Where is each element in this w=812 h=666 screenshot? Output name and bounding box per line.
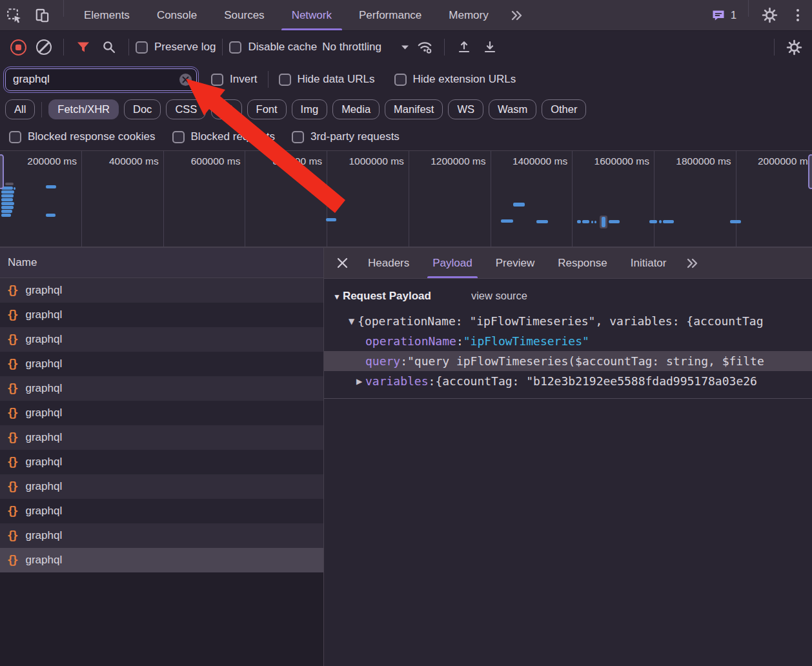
checkbox[interactable]: [229, 41, 241, 54]
request-row-graphql[interactable]: {}graphql: [0, 401, 323, 425]
chip-manifest[interactable]: Manifest: [385, 99, 443, 119]
chip-wasm[interactable]: Wasm: [489, 99, 536, 119]
device-toolbar-icon[interactable]: [28, 0, 57, 30]
overview-grip-right[interactable]: [808, 154, 812, 189]
tab-performance[interactable]: Performance: [345, 0, 435, 30]
blocked-requests-checkbox[interactable]: Blocked requests: [172, 130, 275, 143]
checkbox[interactable]: [136, 41, 148, 54]
request-details-panel: HeadersPayloadPreviewResponseInitiator ▼…: [324, 248, 812, 666]
waterfall-bar: [659, 220, 662, 223]
import-har-icon[interactable]: [451, 34, 477, 60]
divider: [748, 0, 749, 17]
waterfall-bar: [663, 220, 674, 223]
detail-tab-headers[interactable]: Headers: [356, 248, 421, 278]
chip-img[interactable]: Img: [292, 99, 328, 119]
network-conditions-icon[interactable]: [412, 34, 438, 60]
request-row-graphql[interactable]: {}graphql: [0, 327, 323, 352]
kebab-menu-icon[interactable]: [784, 0, 812, 30]
request-row-graphql[interactable]: {}graphql: [0, 376, 323, 401]
detail-tab-preview[interactable]: Preview: [484, 248, 546, 278]
timeline-column: 600000 ms: [163, 151, 245, 247]
payload-variables-row[interactable]: ▶ variables: {accountTag: "b12e3b2192ee5…: [324, 371, 812, 391]
checkbox[interactable]: [279, 74, 291, 86]
hide-data-urls-checkbox[interactable]: Hide data URLs: [279, 73, 375, 86]
request-row-graphql[interactable]: {}graphql: [0, 450, 323, 474]
chip-font[interactable]: Font: [247, 99, 287, 119]
section-expanded-icon[interactable]: ▼: [333, 292, 341, 301]
issues-count: 1: [731, 9, 736, 22]
request-name: graphql: [25, 505, 62, 518]
waterfall-bar: [1, 210, 12, 213]
divider: [444, 39, 445, 56]
blocked-response-cookies-checkbox[interactable]: Blocked response cookies: [9, 130, 156, 143]
resource-chips: AllFetch/XHRDocCSSJSFontImgMediaManifest…: [0, 96, 812, 123]
disable-cache-checkbox[interactable]: Disable cache: [229, 41, 317, 54]
detail-tab-payload[interactable]: Payload: [421, 248, 483, 278]
preserve-log-checkbox[interactable]: Preserve log: [136, 41, 216, 54]
chip-ws[interactable]: WS: [448, 99, 483, 119]
issues-message-icon[interactable]: 1: [705, 0, 742, 30]
clear-filter-icon[interactable]: [179, 74, 192, 86]
hide-extension-urls-checkbox[interactable]: Hide extension URLs: [394, 73, 516, 86]
chip-js[interactable]: JS: [211, 99, 241, 119]
filter-input[interactable]: [5, 68, 197, 91]
tab-memory[interactable]: Memory: [435, 0, 502, 30]
more-detail-tabs-chevron-icon[interactable]: [678, 248, 706, 278]
checkbox[interactable]: [172, 131, 185, 143]
tab-network[interactable]: Network: [278, 0, 345, 30]
settings-gear-icon[interactable]: [755, 0, 784, 30]
overview-grip-left[interactable]: [0, 154, 4, 189]
network-toolbar: Preserve log Disable cache No throttling: [0, 31, 812, 63]
tab-sources[interactable]: Sources: [210, 0, 278, 30]
request-row-graphql[interactable]: {}graphql: [0, 303, 323, 327]
search-network-icon[interactable]: [96, 34, 122, 60]
third-party-requests-checkbox[interactable]: 3rd-party requests: [292, 130, 400, 143]
detail-tab-initiator[interactable]: Initiator: [619, 248, 678, 278]
request-row-graphql[interactable]: {}graphql: [0, 548, 323, 572]
inspect-element-icon[interactable]: [0, 0, 28, 30]
request-row-graphql[interactable]: {}graphql: [0, 474, 323, 499]
checkbox[interactable]: [292, 131, 304, 143]
clear-network-log-icon[interactable]: [31, 34, 57, 60]
throttling-select[interactable]: No throttling: [322, 41, 409, 54]
filter-funnel-icon[interactable]: [70, 34, 96, 60]
record-network-log-icon[interactable]: [5, 34, 31, 60]
checkbox[interactable]: [394, 74, 407, 86]
request-row-graphql[interactable]: {}graphql: [0, 425, 323, 450]
collapsed-icon[interactable]: ▶: [356, 377, 365, 386]
chip-all[interactable]: All: [5, 99, 35, 119]
network-settings-gear-icon[interactable]: [781, 34, 807, 60]
request-name: graphql: [25, 407, 62, 419]
chip-doc[interactable]: Doc: [124, 99, 161, 119]
checkbox[interactable]: [9, 131, 21, 143]
chip-media[interactable]: Media: [332, 99, 380, 119]
request-name: graphql: [25, 529, 62, 542]
timeline-overview[interactable]: 200000 ms400000 ms600000 ms800000 ms1000…: [0, 150, 812, 247]
payload-query-row[interactable]: query: "query ipFlowTimeseries($accountT…: [324, 351, 812, 371]
waterfall-bar: [591, 221, 593, 223]
request-row-graphql[interactable]: {}graphql: [0, 499, 323, 523]
tab-console[interactable]: Console: [143, 0, 210, 30]
export-har-icon[interactable]: [477, 34, 503, 60]
payload-summary-row[interactable]: ▼ {operationName: "ipFlowTimeseries", va…: [324, 311, 812, 331]
expanded-icon[interactable]: ▼: [349, 317, 358, 326]
request-name: graphql: [25, 358, 62, 370]
chip-fetchxhr[interactable]: Fetch/XHR: [48, 99, 119, 119]
chip-other[interactable]: Other: [542, 99, 586, 119]
request-row-graphql[interactable]: {}graphql: [0, 352, 323, 376]
payload-operation-row[interactable]: operationName: "ipFlowTimeseries": [324, 331, 812, 351]
request-row-graphql[interactable]: {}graphql: [0, 523, 323, 548]
chip-css[interactable]: CSS: [166, 99, 206, 119]
request-payload-section: ▼ Request Payload view source: [333, 290, 812, 303]
view-source-link[interactable]: view source: [471, 290, 527, 302]
detail-tab-response[interactable]: Response: [546, 248, 619, 278]
tab-elements[interactable]: Elements: [70, 0, 143, 30]
close-details-icon[interactable]: [328, 248, 356, 278]
waterfall-bar: [1, 202, 14, 205]
request-row-graphql[interactable]: {}graphql: [0, 278, 323, 303]
more-tabs-chevron-icon[interactable]: [502, 0, 531, 30]
invert-checkbox[interactable]: Invert: [211, 73, 258, 86]
checkbox[interactable]: [211, 74, 223, 86]
request-name: graphql: [25, 308, 62, 321]
name-column-header[interactable]: Name: [0, 248, 323, 278]
